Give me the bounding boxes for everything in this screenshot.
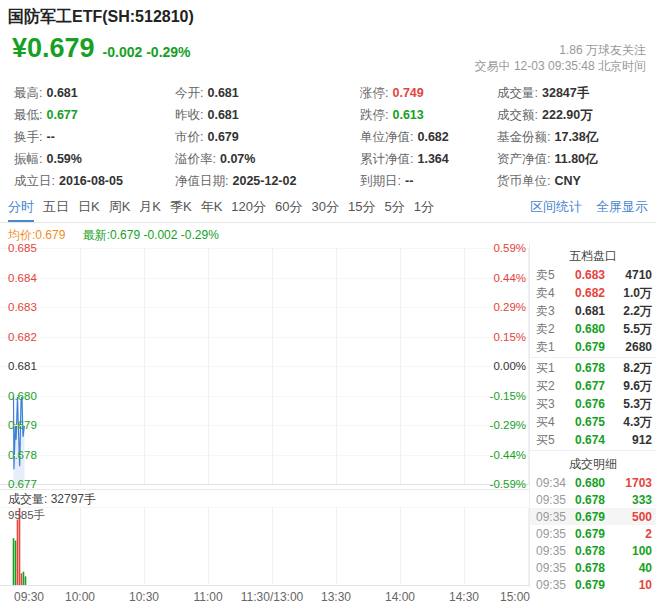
y-axis-pct-label: 0.44%	[493, 272, 526, 284]
stats-column: 成交量:32847手成交额:222.90万基金份额:17.38亿资产净值:11.…	[497, 82, 598, 192]
order-book-row[interactable]: 买20.6779.6万	[530, 377, 656, 395]
v-gridline	[336, 248, 337, 484]
intraday-chart[interactable]: 成交量: 32797手 9585手 五档盘口卖50.6834710卖40.682…	[0, 243, 656, 615]
trade-time: 09:35	[536, 561, 570, 575]
volume-bar	[25, 576, 27, 585]
order-book-row[interactable]: 买40.6754.3万	[530, 413, 656, 431]
link-区间统计[interactable]: 区间统计	[530, 199, 582, 214]
order-book-row[interactable]: 卖40.6821.0万	[530, 284, 656, 302]
stat-item: 换手:--	[14, 126, 123, 148]
y-axis-pct-label: 0.15%	[493, 331, 526, 343]
stat-label: 市价:	[175, 130, 203, 144]
tab-日K[interactable]: 日K	[78, 196, 100, 222]
stat-label: 到期日:	[360, 174, 401, 188]
volume-max-label: 9585手	[8, 508, 45, 523]
tab-月K[interactable]: 月K	[139, 196, 161, 222]
stat-item: 最高:0.681	[14, 82, 123, 104]
panel-divider	[530, 450, 656, 451]
trade-price: 0.678	[570, 544, 610, 558]
stat-label: 最低:	[14, 108, 42, 122]
link-全屏显示[interactable]: 全屏显示	[596, 199, 648, 214]
trading-status-time: 交易中 12-03 09:35:48 北京时间	[475, 58, 646, 74]
tab-周K[interactable]: 周K	[109, 196, 131, 222]
stat-value: CNY	[554, 174, 580, 188]
y-axis-price-label: 0.685	[8, 242, 37, 254]
order-book-price: 0.676	[570, 397, 610, 411]
v-gridline	[272, 248, 273, 484]
trade-volume: 333	[610, 493, 652, 507]
page-title: 国防军工ETF(SH:512810)	[8, 7, 194, 28]
tab-1分[interactable]: 1分	[414, 196, 434, 222]
stats-column: 最高:0.681最低:0.677换手:--振幅:0.59%成立日:2016-08…	[14, 82, 123, 192]
stat-value: 32847手	[542, 86, 589, 100]
stats-column: 今开:0.681昨收:0.681市价:0.679溢价率:0.07%净值日期:20…	[175, 82, 296, 192]
order-book-volume: 4.3万	[610, 414, 652, 431]
time-axis-label: 15:00	[500, 590, 530, 604]
order-book-row[interactable]: 买30.6765.3万	[530, 395, 656, 413]
stat-item: 成立日:2016-08-05	[14, 170, 123, 192]
order-book-price: 0.682	[570, 286, 610, 300]
order-book-row[interactable]: 买10.6788.2万	[530, 359, 656, 377]
order-book-panel: 五档盘口卖50.6834710卖40.6821.0万卖30.6812.2万卖20…	[529, 243, 656, 588]
order-book-row[interactable]: 卖10.6792680	[530, 338, 656, 356]
order-book-price: 0.678	[570, 361, 610, 375]
stat-value: 0.59%	[46, 152, 81, 166]
trade-time: 09:35	[536, 493, 570, 507]
trade-price: 0.679	[570, 510, 610, 524]
order-book-row[interactable]: 卖30.6812.2万	[530, 302, 656, 320]
tab-5分[interactable]: 5分	[384, 196, 404, 222]
trade-row: 09:350.678100	[530, 542, 656, 559]
time-axis-label: 13:30	[321, 590, 351, 604]
stat-item: 市价:0.679	[175, 126, 296, 148]
trade-volume: 500	[610, 510, 652, 524]
stat-label: 跌停:	[360, 108, 388, 122]
y-axis-pct-label: 0.29%	[493, 301, 526, 313]
v-gridline	[400, 248, 401, 484]
stat-value: 0.679	[207, 130, 238, 144]
trade-volume: 2	[610, 527, 652, 541]
order-book-volume: 4710	[610, 268, 652, 282]
stat-value: 0.681	[207, 86, 238, 100]
order-book-level: 买4	[536, 414, 570, 431]
order-book-row[interactable]: 卖20.6805.5万	[530, 320, 656, 338]
stat-value: 0.613	[392, 108, 423, 122]
time-axis-label: 10:30	[129, 590, 159, 604]
volume-pane-title: 成交量: 32797手	[8, 491, 96, 508]
stat-label: 基金份额:	[497, 130, 550, 144]
tab-季K[interactable]: 季K	[170, 196, 192, 222]
y-axis-price-label: 0.683	[8, 301, 37, 313]
order-book-row[interactable]: 卖50.6834710	[530, 266, 656, 284]
v-gridline	[336, 507, 337, 585]
time-axis-label: 09:30	[14, 590, 44, 604]
y-axis-pct-label: 0.00%	[493, 360, 526, 372]
stat-value: 0.677	[46, 108, 77, 122]
order-book-row[interactable]: 买50.674912	[530, 431, 656, 449]
tab-30分[interactable]: 30分	[312, 196, 339, 222]
stat-value: 222.90万	[542, 108, 593, 122]
stat-label: 成交量:	[497, 86, 538, 100]
order-book-volume: 8.2万	[610, 360, 652, 377]
order-book-level: 卖1	[536, 339, 570, 356]
tab-分时[interactable]: 分时	[8, 196, 34, 222]
v-gridline	[272, 507, 273, 585]
order-book-level: 买5	[536, 432, 570, 449]
tab-五日[interactable]: 五日	[43, 196, 69, 222]
stat-value: --	[46, 130, 54, 144]
stat-item: 货币单位:CNY	[497, 170, 598, 192]
trade-time: 09:35	[536, 544, 570, 558]
order-book-level: 卖4	[536, 285, 570, 302]
stat-item: 资产净值:11.80亿	[497, 148, 598, 170]
y-axis-pct-label: -0.59%	[490, 478, 526, 490]
tab-120分[interactable]: 120分	[231, 196, 266, 222]
h-gridline	[0, 484, 530, 485]
v-gridline	[144, 248, 145, 484]
stat-item: 净值日期:2025-12-02	[175, 170, 296, 192]
tab-年K[interactable]: 年K	[201, 196, 223, 222]
y-axis-price-label: 0.677	[8, 478, 37, 490]
v-gridline	[400, 507, 401, 585]
stat-value: 0.07%	[220, 152, 255, 166]
tab-60分[interactable]: 60分	[275, 196, 302, 222]
tab-15分[interactable]: 15分	[348, 196, 375, 222]
stat-item: 成交量:32847手	[497, 82, 598, 104]
stat-label: 单位净值:	[360, 130, 413, 144]
